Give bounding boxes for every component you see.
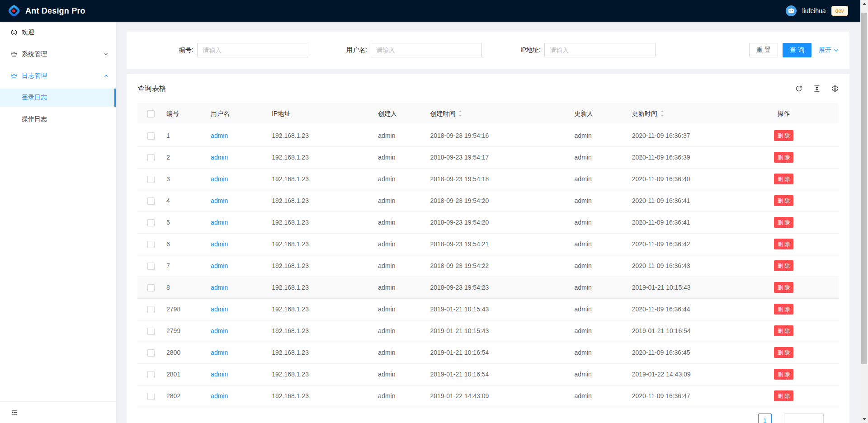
cell-creator: admin [374, 146, 426, 168]
cell-created_at: 2018-09-23 19:54:21 [426, 233, 571, 255]
sorter-icon[interactable] [657, 110, 665, 117]
column-header-创建人: 创建人 [374, 103, 426, 125]
column-label: 创建人 [378, 110, 397, 117]
delete-button[interactable]: 删 除 [774, 130, 793, 141]
cell-updater: admin [571, 385, 628, 407]
scrollbar-down-arrow[interactable] [860, 415, 868, 423]
sidebar-item-login-log[interactable]: 登录日志 [0, 89, 116, 107]
username-link[interactable]: admin [211, 175, 228, 183]
ip-input[interactable] [544, 43, 656, 57]
username-link[interactable]: admin [211, 284, 228, 291]
cell-id: 2801 [163, 363, 207, 385]
username-link[interactable]: admin [211, 197, 228, 204]
row-checkbox[interactable] [147, 132, 155, 140]
username-input[interactable] [371, 43, 482, 57]
cell-id: 2 [163, 146, 207, 168]
row-checkbox[interactable] [147, 241, 155, 248]
row-checkbox[interactable] [147, 263, 155, 270]
row-checkbox[interactable] [147, 349, 155, 357]
cell-updater: admin [571, 233, 628, 255]
row-checkbox[interactable] [147, 284, 155, 291]
menu-fold-icon[interactable] [11, 409, 18, 416]
username-link[interactable]: admin [211, 262, 228, 269]
username-link[interactable]: admin [211, 219, 228, 226]
cell-created_at: 2019-01-21 10:15:43 [426, 320, 571, 342]
delete-button[interactable]: 删 除 [774, 217, 793, 228]
scrollbar[interactable] [860, 0, 868, 423]
sorter-icon[interactable] [455, 110, 462, 117]
delete-button[interactable]: 删 除 [774, 174, 793, 184]
delete-button[interactable]: 删 除 [774, 195, 793, 206]
sidebar-item-welcome[interactable]: 欢迎 [0, 24, 116, 42]
cell-username: admin [207, 320, 268, 342]
query-button[interactable]: 查 询 [783, 43, 811, 57]
sidebar-item-logs[interactable]: 日志管理 [0, 67, 116, 85]
cell-ip: 192.168.1.23 [268, 342, 374, 363]
sidebar-item-system[interactable]: 系统管理 [0, 45, 116, 63]
select-all-checkbox[interactable] [147, 110, 155, 118]
reload-icon[interactable] [795, 85, 802, 92]
reset-button[interactable]: 重 置 [749, 43, 778, 57]
table-card: 查询表格 编号用户名IP地址创建人创建时间更新人更新时间操作 1admin192… [127, 74, 849, 423]
username-link[interactable]: admin [211, 371, 228, 378]
delete-button[interactable]: 删 除 [774, 260, 793, 271]
cell-creator: admin [374, 298, 426, 320]
sidebar-menu: 欢迎系统管理日志管理登录日志操作日志 [0, 22, 116, 401]
username-link[interactable]: admin [211, 392, 228, 400]
setting-icon[interactable] [831, 85, 839, 92]
delete-button[interactable]: 删 除 [774, 347, 793, 358]
delete-button[interactable]: 删 除 [774, 369, 793, 380]
row-checkbox[interactable] [147, 197, 155, 205]
table-row: 5admin192.168.1.23admin2018-09-23 19:54:… [137, 212, 839, 233]
username-link[interactable]: admin [211, 132, 228, 139]
cell-updater: admin [571, 320, 628, 342]
row-checkbox[interactable] [147, 328, 155, 335]
delete-button[interactable]: 删 除 [774, 304, 793, 315]
id-input[interactable] [197, 43, 308, 57]
row-select-cell [137, 277, 163, 298]
user-name[interactable]: liufeihua [802, 7, 826, 14]
cell-created_at: 2018-09-23 19:54:22 [426, 255, 571, 277]
username-link[interactable]: admin [211, 306, 228, 313]
expand-link[interactable]: 展开 [819, 46, 839, 54]
cell-ip: 192.168.1.23 [268, 277, 374, 298]
username-link[interactable]: admin [211, 349, 228, 356]
row-checkbox[interactable] [147, 176, 155, 183]
row-checkbox[interactable] [147, 393, 155, 400]
column-height-icon[interactable] [813, 85, 821, 92]
row-checkbox[interactable] [147, 306, 155, 313]
row-select-cell [137, 125, 163, 146]
delete-button[interactable]: 删 除 [774, 325, 793, 336]
row-checkbox[interactable] [147, 154, 155, 161]
table-row: 2802admin192.168.1.23admin2019-01-22 14:… [137, 385, 839, 407]
cell-ip: 192.168.1.23 [268, 298, 374, 320]
scrollbar-thumb[interactable] [861, 13, 867, 364]
field-label-username: 用户名: [311, 46, 371, 54]
username-link[interactable]: admin [211, 154, 228, 161]
cell-ip: 192.168.1.23 [268, 125, 374, 146]
column-header-创建时间[interactable]: 创建时间 [426, 103, 571, 125]
row-checkbox[interactable] [147, 219, 155, 226]
delete-button[interactable]: 删 除 [774, 282, 793, 293]
page-size-select[interactable] [784, 414, 824, 423]
brand[interactable]: Ant Design Pro [7, 4, 85, 18]
row-checkbox[interactable] [147, 371, 155, 378]
pagination-page-button[interactable]: 1 [758, 414, 772, 423]
username-link[interactable]: admin [211, 327, 228, 334]
table-row: 3admin192.168.1.23admin2018-09-23 19:54:… [137, 168, 839, 190]
delete-button[interactable]: 删 除 [774, 239, 793, 249]
cell-id: 3 [163, 168, 207, 190]
delete-button[interactable]: 删 除 [774, 390, 793, 401]
app-header: Ant Design Pro liufeihua dev [0, 0, 868, 22]
username-link[interactable]: admin [211, 240, 228, 248]
cell-id: 8 [163, 277, 207, 298]
cell-updated_at: 2019-01-22 14:43:09 [628, 363, 774, 385]
scrollbar-up-arrow[interactable] [860, 0, 868, 8]
table-toolbar: 查询表格 [137, 74, 839, 103]
cell-updated_at: 2019-01-21 10:16:54 [628, 320, 774, 342]
column-header-更新时间[interactable]: 更新时间 [628, 103, 774, 125]
cell-username: admin [207, 190, 268, 212]
user-avatar-icon[interactable] [786, 5, 797, 16]
delete-button[interactable]: 删 除 [774, 152, 793, 163]
sidebar-item-operation-log[interactable]: 操作日志 [0, 110, 116, 128]
